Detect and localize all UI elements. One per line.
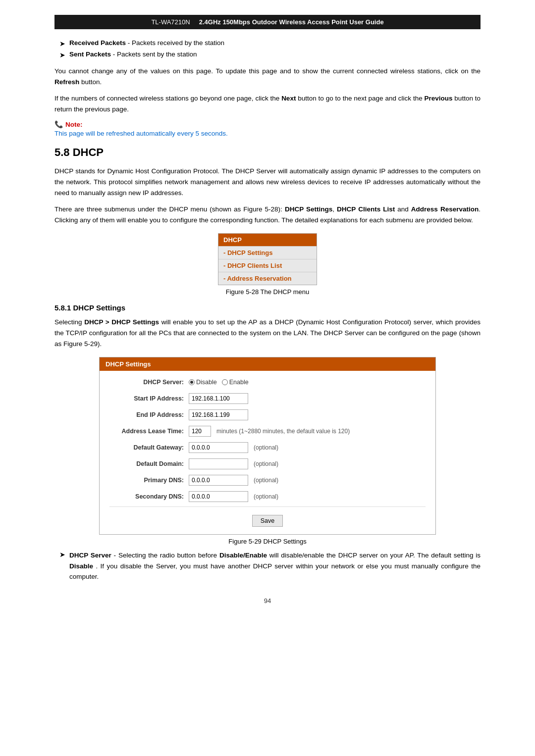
dhcp-settings-box-header: DHCP Settings (100, 357, 435, 371)
guide-title: 2.4GHz 150Mbps Outdoor Wireless Access P… (199, 18, 384, 26)
primary-dns-note: (optional) (254, 477, 278, 484)
dhcp-settings-box-body: DHCP Server: Disable Enable (100, 371, 435, 534)
dhcp-settings-body: Selecting DHCP > DHCP Settings will enab… (54, 317, 481, 349)
gateway-label: Default Gateway: (109, 444, 189, 451)
start-ip-input[interactable] (189, 393, 248, 404)
dhcp-server-term: DHCP Server (69, 552, 111, 559)
secondary-dns-note: (optional) (254, 493, 278, 500)
dhcp-server-radio-group: Disable Enable (189, 379, 249, 386)
dhcp-menu-figure: DHCP - DHCP Settings - DHCP Clients List… (54, 233, 481, 296)
dhcp-menu-item-2[interactable]: - Address Reservation (218, 272, 317, 285)
lease-time-label: Address Lease Time: (109, 428, 189, 435)
dhcp-settings-box: DHCP Settings DHCP Server: Disable (99, 357, 436, 535)
settings-divider (109, 506, 426, 507)
dhcp-menu-box: DHCP - DHCP Settings - DHCP Clients List… (218, 233, 317, 285)
section-58-heading: 5.8 DHCP (54, 146, 481, 159)
start-ip-label: Start IP Address: (109, 395, 189, 402)
bullet-sent-packets: ➤ Sent Packets - Packets sent by the sta… (54, 50, 481, 59)
note-phone-icon: 📞 (54, 120, 63, 128)
settings-row-lease-time: Address Lease Time: minutes (1~2880 minu… (109, 425, 426, 438)
lease-time-input[interactable] (189, 426, 211, 437)
end-ip-value (189, 409, 248, 420)
enable-label: Enable (229, 379, 249, 386)
received-packets-term: Received Packets (69, 39, 126, 47)
primary-dns-input[interactable] (189, 475, 248, 486)
bullet-arrow-icon: ➤ (59, 40, 65, 48)
disable-radio-dot[interactable] (189, 379, 195, 385)
save-button[interactable]: Save (252, 515, 283, 527)
save-row: Save (109, 511, 426, 532)
end-ip-input[interactable] (189, 409, 248, 420)
header-bar: TL-WA7210N 2.4GHz 150Mbps Outdoor Wirele… (54, 15, 481, 29)
gateway-value: (optional) (189, 442, 278, 453)
dhcp-settings-caption: Figure 5-29 DHCP Settings (228, 538, 306, 545)
primary-dns-label: Primary DNS: (109, 477, 189, 484)
bullet-arrow-icon2: ➤ (59, 51, 65, 59)
dhcp-menu-caption: Figure 5-28 The DHCP menu (226, 288, 310, 296)
address-reservation-bold: Address Reservation (411, 205, 479, 213)
disable-label: Disable (196, 379, 217, 386)
bullet-sent-text: Sent Packets - Packets sent by the stati… (69, 50, 197, 58)
note-label-text: Note: (65, 121, 83, 128)
dhcp-settings-figure: DHCP Settings DHCP Server: Disable (54, 357, 481, 545)
domain-note: (optional) (254, 460, 278, 467)
sent-packets-term: Sent Packets (69, 50, 111, 58)
end-ip-label: End IP Address: (109, 411, 189, 418)
start-ip-value (189, 393, 248, 404)
previous-bold: Previous (425, 95, 453, 102)
note-text: This page will be refreshed automaticall… (54, 130, 481, 137)
disable-radio-item[interactable]: Disable (189, 379, 217, 386)
lease-time-value: minutes (1~2880 minutes, the default val… (189, 426, 350, 437)
dhcp-body1: DHCP stands for Dynamic Host Configurati… (54, 166, 481, 198)
gateway-input[interactable] (189, 442, 248, 453)
bullet-received-packets: ➤ Received Packets - Packets received by… (54, 39, 481, 48)
settings-row-dhcp-server: DHCP Server: Disable Enable (109, 376, 426, 389)
dhcp-clients-bold: DHCP Clients List (337, 205, 395, 213)
dhcp-server-desc-end: . If you disable the Server, you must ha… (69, 562, 481, 581)
note-label: 📞 Note: (54, 120, 481, 128)
secondary-dns-value: (optional) (189, 491, 278, 502)
dhcp-menu-item-1[interactable]: - DHCP Clients List (218, 259, 317, 272)
bullet-dhcp-server-desc: ➤ DHCP Server - Selecting the radio butt… (54, 550, 481, 582)
settings-row-primary-dns: Primary DNS: (optional) (109, 474, 426, 487)
dhcp-server-desc-mid: will disable/enable the DHCP server on y… (269, 552, 481, 559)
dhcp-server-desc-start: - Selecting the radio button before (114, 552, 219, 559)
dhcp-server-label: DHCP Server: (109, 379, 189, 386)
domain-value: (optional) (189, 458, 278, 469)
disable-default-bold: Disable (69, 562, 93, 570)
domain-label: Default Domain: (109, 460, 189, 467)
refresh-bold: Refresh (54, 78, 79, 86)
section-581-heading: 5.8.1 DHCP Settings (54, 303, 481, 312)
secondary-dns-input[interactable] (189, 491, 248, 502)
settings-row-start-ip: Start IP Address: (109, 392, 426, 405)
gateway-note: (optional) (254, 444, 278, 451)
secondary-dns-label: Secondary DNS: (109, 493, 189, 500)
dhcp-server-description: DHCP Server - Selecting the radio button… (69, 550, 481, 582)
primary-dns-value: (optional) (189, 475, 278, 486)
enable-radio-item[interactable]: Enable (222, 379, 249, 386)
domain-input[interactable] (189, 458, 248, 469)
lease-time-note: minutes (1~2880 minutes, the default val… (216, 428, 350, 435)
dhcp-menu-header: DHCP (218, 234, 317, 246)
settings-row-gateway: Default Gateway: (optional) (109, 441, 426, 454)
settings-row-domain: Default Domain: (optional) (109, 457, 426, 470)
bullet-arrow-dhcp: ➤ (59, 551, 65, 558)
settings-row-end-ip: End IP Address: (109, 408, 426, 421)
para-next-prev: If the numbers of connected wireless sta… (54, 93, 481, 114)
dhcp-server-value: Disable Enable (189, 379, 249, 386)
model-name: TL-WA7210N (151, 18, 190, 26)
dhcp-menu-item-0[interactable]: - DHCP Settings (218, 246, 317, 259)
dhcp-settings-bold: DHCP Settings (285, 205, 332, 213)
page-number: 94 (54, 597, 481, 605)
sent-packets-desc: - Packets sent by the station (113, 50, 197, 58)
settings-row-secondary-dns: Secondary DNS: (optional) (109, 490, 426, 503)
received-packets-desc: - Packets received by the station (128, 39, 224, 47)
dhcp-body2: There are three submenus under the DHCP … (54, 204, 481, 225)
bullet-received-text: Received Packets - Packets received by t… (69, 39, 224, 47)
next-bold: Next (281, 95, 296, 102)
disable-enable-bold: Disable/Enable (219, 552, 267, 559)
para-refresh: You cannot change any of the values on t… (54, 66, 481, 87)
note-section: 📞 Note: This page will be refreshed auto… (54, 120, 481, 137)
enable-radio-dot[interactable] (222, 379, 228, 385)
dhcp-settings-path-bold: DHCP > DHCP Settings (84, 318, 159, 326)
